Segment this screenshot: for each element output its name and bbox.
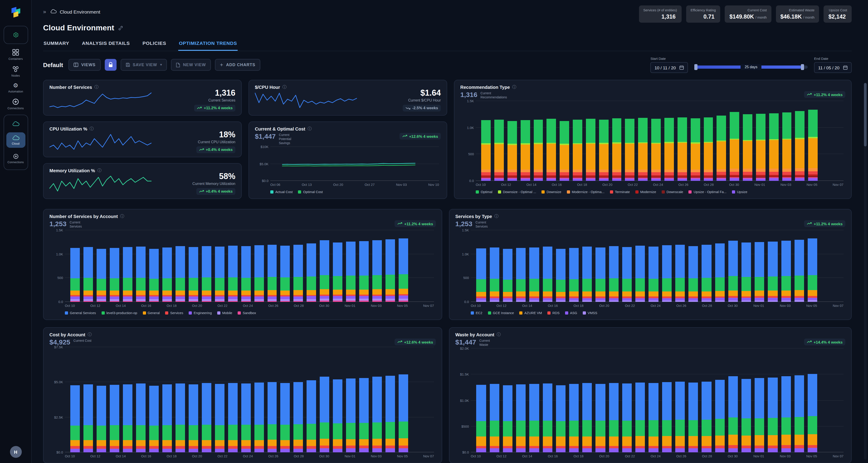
legend-item[interactable]: General [143, 311, 160, 315]
chart-legend: General Serviceslevel3-production-opGene… [65, 311, 436, 315]
sidebar-item-kubernetes[interactable] [6, 29, 25, 40]
legend-item[interactable]: Downscale [662, 190, 683, 194]
legend-item[interactable]: EC2 [471, 311, 482, 315]
expand-sidebar-icon[interactable]: » [43, 9, 46, 15]
legend-item[interactable]: VMSS [583, 311, 597, 315]
bar [385, 230, 395, 302]
sidebar-item-connections[interactable]: Connections [0, 96, 31, 112]
legend-item[interactable]: Sandbox [238, 311, 256, 315]
legend-item[interactable]: Actual Cost [270, 190, 293, 194]
bar [782, 101, 792, 181]
legend-item[interactable]: Upsize [732, 190, 747, 194]
stacked-bars [70, 347, 408, 452]
legend-item[interactable]: GCE Instance [488, 311, 514, 315]
y-axis-label: $1.0K [455, 398, 469, 402]
sidebar-item-containers[interactable]: Containers [0, 46, 31, 63]
info-icon[interactable]: ⓘ [120, 214, 124, 219]
sidebar-item-cloud[interactable]: Cloud [6, 132, 25, 148]
add-charts-button[interactable]: + ADD CHARTS [215, 59, 260, 71]
tab-summary[interactable]: SUMMARY [43, 37, 70, 51]
info-icon[interactable]: ⓘ [97, 169, 101, 173]
lock-view-button[interactable] [104, 59, 116, 71]
legend-item[interactable]: Modernize - Optima... [567, 190, 604, 194]
app-logo[interactable] [9, 5, 23, 19]
tab-analysis-details[interactable]: ANALYSIS DETAILS [82, 37, 130, 51]
legend-swatch [498, 190, 501, 194]
legend-item[interactable]: Terminate [610, 190, 630, 194]
info-icon[interactable]: ⓘ [94, 85, 98, 89]
card-title: Services by Type [455, 214, 492, 219]
card-title: $/CPU Hour [255, 85, 280, 90]
bar [280, 347, 290, 452]
bar [490, 230, 499, 302]
legend-item[interactable]: level3-production-op [101, 311, 137, 315]
page-title-row: Cloud Environment [43, 24, 852, 33]
legend-item[interactable]: Downsize [541, 190, 561, 194]
sidebar-item-cloud-connections[interactable]: Connections [6, 151, 25, 166]
y-axis-label: $7.5K [49, 345, 63, 349]
info-icon[interactable]: ⓘ [494, 214, 498, 219]
bar [123, 347, 132, 452]
y-axis-label: $10K [254, 145, 269, 149]
waste-by-account-card: Waste by Accountⓘ $1,447 Current Waste +… [449, 327, 852, 463]
legend-item[interactable]: Optimal Cost [298, 190, 323, 194]
tab-optimization-trends[interactable]: OPTIMIZATION TRENDS [179, 37, 238, 51]
legend-item[interactable]: Services [165, 311, 183, 315]
legend-item[interactable]: ASG [565, 311, 577, 315]
info-icon[interactable]: ⓘ [512, 85, 516, 89]
bar [586, 101, 595, 181]
legend-item[interactable]: RDS [547, 311, 560, 315]
legend-swatch [547, 311, 551, 315]
bar [320, 347, 330, 452]
new-view-button[interactable]: NEW VIEW [171, 59, 211, 71]
breadcrumb[interactable]: » Cloud Environment [43, 9, 100, 15]
bar [636, 230, 645, 302]
bar [533, 101, 543, 181]
scrollbar-thumb[interactable] [864, 83, 867, 146]
legend-item[interactable]: Modernize [636, 190, 656, 194]
legend-swatch [565, 311, 568, 315]
tab-policies[interactable]: POLICIES [142, 37, 167, 51]
vertical-scrollbar[interactable] [864, 83, 867, 460]
save-view-button[interactable]: SAVE VIEW▾ [120, 59, 167, 71]
bar [189, 230, 198, 302]
slider-handle-right[interactable] [801, 64, 804, 70]
chart-legend: OptimalDownsize - Optimal ...DownsizeMod… [476, 190, 845, 194]
legend-item[interactable]: Upsize - Optimal Fa... [689, 190, 726, 194]
legend-item[interactable]: Downsize - Optimal ... [498, 190, 536, 194]
legend-item[interactable]: General Services [65, 311, 96, 315]
bar [542, 349, 552, 452]
bar [596, 349, 605, 452]
views-button[interactable]: VIEWS [68, 59, 100, 71]
info-icon[interactable]: ⓘ [497, 333, 501, 337]
info-icon[interactable]: ⓘ [308, 127, 312, 131]
stat-estimated-waste: Estimated Waste $46.18K/ month [776, 5, 819, 23]
bar [307, 347, 316, 452]
sidebar-item-automation[interactable]: ⚙ Automation [0, 80, 31, 96]
date-range-slider[interactable]: 25 days [694, 62, 808, 72]
legend-swatch [732, 190, 735, 194]
start-date-input[interactable]: 10 / 11 / 20 [651, 62, 688, 73]
user-avatar[interactable]: H [10, 446, 22, 458]
legend-item[interactable]: AZURE VM [520, 311, 542, 315]
legend-item[interactable]: Engineering [189, 311, 212, 315]
legend-item[interactable]: Optimal [476, 190, 493, 194]
y-axis-label: $1.5K [455, 372, 469, 377]
legend-item[interactable]: Mobile [217, 311, 232, 315]
end-date-input[interactable]: 11 / 05 / 20 [814, 62, 852, 73]
cloud-section-icon-tile[interactable] [6, 118, 25, 129]
info-icon[interactable]: ⓘ [282, 85, 286, 89]
sidebar-item-nodes[interactable]: Nodes [0, 63, 31, 80]
link-icon[interactable] [118, 25, 123, 31]
info-icon[interactable]: ⓘ [90, 127, 94, 131]
stacked-bars [481, 101, 818, 181]
info-icon[interactable]: ⓘ [88, 333, 92, 337]
slider-handle-left[interactable] [694, 64, 698, 70]
bar [176, 230, 185, 302]
bar [293, 347, 303, 452]
trend-up-icon [807, 222, 812, 225]
y-axis-label: $0.0 [455, 450, 469, 454]
memory-utilization-card: Memory Utilization %ⓘ 58% Current Memory… [43, 163, 242, 199]
bar [503, 349, 513, 452]
legend-swatch [488, 311, 491, 315]
